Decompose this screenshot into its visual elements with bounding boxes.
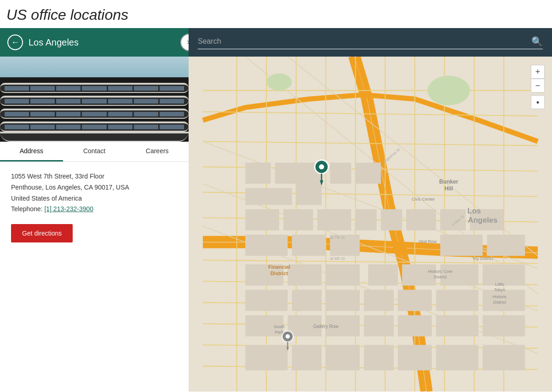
tab-contact[interactable]: Contact [63,142,126,161]
svg-rect-73 [364,345,394,370]
svg-rect-53 [402,265,436,286]
svg-rect-72 [326,345,360,370]
svg-rect-57 [292,290,322,311]
svg-text:District: District [434,275,447,279]
telephone-line: Telephone: [1] 213-232-3900 [11,204,178,215]
tab-address[interactable]: Address [0,142,63,161]
svg-rect-75 [436,345,478,370]
svg-text:District: District [493,300,506,305]
search-input-wrapper: 🔍 [198,36,543,49]
svg-text:Tokyo: Tokyo [494,288,505,292]
svg-rect-44 [245,235,288,256]
svg-point-100 [319,164,324,169]
page-title: US office locations [0,0,552,28]
svg-rect-71 [292,345,322,370]
svg-rect-48 [487,235,525,256]
search-icon: 🔍 [531,36,543,46]
svg-text:Historic Core: Historic Core [428,269,452,274]
svg-rect-51 [326,265,360,286]
svg-text:Gallery Row: Gallery Row [313,324,339,329]
svg-rect-36 [245,209,279,231]
left-panel: ← Los Angeles × [0,28,189,392]
svg-rect-58 [326,290,360,311]
search-input[interactable] [198,37,528,46]
search-bar: 🔍 [189,28,552,57]
svg-rect-56 [245,290,288,311]
svg-rect-31 [275,162,296,184]
address-line1: 1055 West 7th Street, 33rd Floor [11,171,178,182]
svg-rect-67 [398,315,432,336]
svg-rect-59 [364,290,394,311]
svg-text:Financial: Financial [268,264,290,270]
svg-text:W 8th St: W 8th St [330,256,345,261]
telephone-label: Telephone: [11,205,43,213]
svg-point-29 [266,74,292,91]
svg-text:Los: Los [467,207,481,215]
svg-text:Angeles: Angeles [468,216,497,225]
address-line3: United States of America [11,193,178,204]
svg-text:Skid Row: Skid Row [419,239,437,244]
building-image [0,57,189,142]
svg-text:W 7th St: W 7th St [330,235,345,240]
back-button[interactable]: ← [7,35,23,50]
tabs: Address Contact Careers [0,142,189,162]
zoom-in-button[interactable]: + [531,65,545,79]
svg-rect-37 [283,209,313,231]
svg-rect-30 [245,162,270,184]
address-line2: Penthouse, Los Angeles, CA 90017, USA [11,182,178,193]
telephone-number[interactable]: [1] 213-232-3900 [44,205,93,213]
location-name: Los Angeles [29,37,79,48]
svg-text:Bunker: Bunker [439,179,459,185]
floor-5 [0,83,189,93]
svg-rect-70 [245,345,288,370]
svg-rect-41 [406,209,436,231]
svg-rect-35 [356,162,381,184]
svg-rect-68 [436,315,478,336]
svg-text:Historic: Historic [493,294,507,299]
address-text: 1055 West 7th Street, 33rd Floor Penthou… [11,171,178,215]
map-controls: + − ● [531,65,545,109]
svg-text:District: District [270,271,288,276]
svg-rect-52 [368,265,398,286]
svg-rect-76 [483,345,525,370]
svg-rect-34 [330,162,351,184]
svg-rect-60 [398,290,432,311]
location-dot-icon: ● [536,99,539,105]
svg-rect-61 [436,290,478,311]
svg-rect-69 [483,315,525,336]
svg-text:Park: Park [275,330,283,334]
current-location-button[interactable]: ● [531,95,545,109]
floor-3 [0,109,189,119]
map-svg[interactable]: Bunker Hill Los Angeles Financial Distri… [189,57,552,392]
svg-text:Toy District: Toy District [472,256,493,261]
svg-rect-47 [440,235,483,256]
zoom-out-button[interactable]: − [531,79,545,92]
back-arrow-icon: ← [11,38,19,47]
header-bar: ← Los Angeles × [0,28,189,57]
svg-rect-66 [364,315,394,336]
floor-4 [0,96,189,106]
tab-careers[interactable]: Careers [126,142,189,161]
svg-text:Civic Center: Civic Center [412,197,435,202]
svg-rect-45 [292,235,326,256]
top-bar: ← Los Angeles × [0,28,189,57]
svg-point-28 [427,75,470,105]
building-facade [0,77,189,142]
svg-rect-38 [317,209,351,231]
floor-1 [0,132,189,142]
svg-rect-39 [356,209,377,231]
svg-rect-74 [398,345,432,370]
map-area: 🔍 [189,28,552,392]
svg-rect-50 [288,265,322,286]
search-button[interactable]: 🔍 [531,36,543,47]
svg-text:Hill: Hill [444,185,453,192]
address-content: 1055 West 7th Street, 33rd Floor Penthou… [0,162,189,392]
svg-text:South: South [274,324,285,329]
main-container: ← Los Angeles × [0,28,552,392]
svg-text:Little: Little [495,282,504,287]
svg-rect-40 [381,209,402,231]
get-directions-button[interactable]: Get directions [11,224,73,242]
svg-point-104 [286,334,290,339]
floor-2 [0,121,189,132]
svg-rect-32 [245,188,292,205]
